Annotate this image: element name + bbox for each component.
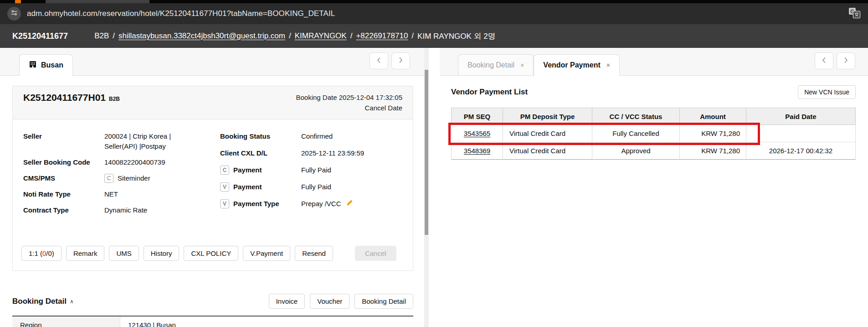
column-header-paid-date: Paid Date (746, 108, 856, 125)
booking-detail-button[interactable]: Booking Detail (354, 294, 413, 309)
address-bar-url[interactable]: adm.ohmyhotel.com/reservation/hotel/K251… (27, 9, 335, 18)
collapse-up-icon[interactable]: ∧ (70, 298, 74, 305)
guest-email-link[interactable]: shillastaybusan.3382ct4jbsh30rt@guest.tr… (118, 31, 285, 41)
table-cell-cc-vcc-status: Fully Cancelled (592, 125, 680, 142)
ums-button[interactable]: UMS (109, 246, 139, 261)
vendor-payment-table: PM SEQ PM Deposit Type CC / VCC Status A… (451, 108, 856, 160)
table-cell-paid-date: 2026-12-17 00:42:32 (746, 142, 856, 160)
field-value: Dynamic Rate (104, 205, 147, 215)
invoice-button[interactable]: Invoice (269, 294, 305, 309)
tune-icon (10, 9, 18, 18)
payment-label: Payment (233, 182, 262, 192)
resend-button[interactable]: Resend (295, 246, 333, 261)
scrollbar-thumb[interactable] (425, 70, 428, 235)
table-cell-amount: KRW 71,280 (680, 125, 746, 142)
vendor-payment-header: Vendor Payment List New VCN Issue (451, 85, 856, 99)
chevron-left-icon (377, 57, 381, 65)
field-v-payment-type: V Payment Type Prepay /VCC (220, 199, 402, 209)
field-noti-rate-type: Noti Rate Type NET (23, 189, 220, 199)
booking-summary-card: K25120411677H01B2B Booking Date 2025-12-… (12, 86, 413, 271)
table-cell-pm-seq: 3543565 (451, 125, 503, 142)
pm-seq-link[interactable]: 3543565 (464, 130, 490, 137)
hotel-tabstrip: Busan (0, 48, 424, 76)
guest-phone-link[interactable]: +82269178710 (356, 31, 408, 41)
field-c-payment: C Payment Fully Paid (220, 165, 402, 175)
tab-booking-detail[interactable]: Booking Detail × (458, 54, 534, 76)
chevron-right-icon (399, 57, 403, 65)
cancel-date-label: Cancel Date (296, 103, 402, 113)
separator: / (113, 31, 115, 41)
site-settings-button[interactable] (7, 7, 21, 21)
field-client-cxl: Client CXL D/L 2025-12-11 23:59:59 (220, 148, 402, 158)
chevron-right-icon (844, 57, 848, 65)
new-vcn-issue-button[interactable]: New VCN Issue (798, 85, 856, 99)
table-cell-paid-date (746, 125, 856, 142)
booking-detail-table: Region 121430 | Busan (12, 316, 413, 327)
tab-vendor-payment-label: Vendor Payment (543, 61, 600, 69)
close-icon[interactable]: × (520, 62, 524, 69)
left-panel-body: K25120411677H01B2B Booking Date 2025-12-… (0, 76, 424, 327)
c-badge: C (104, 174, 113, 183)
right-tab-nav (815, 52, 855, 69)
tab-next-button[interactable] (837, 52, 855, 69)
v-badge: V (220, 199, 229, 208)
voucher-button[interactable]: Voucher (310, 294, 349, 309)
tab-prev-button[interactable] (815, 52, 833, 69)
field-label: CMS/PMS (23, 173, 104, 183)
separator: / (289, 31, 291, 41)
main-content: Busan K251204116 (0, 48, 868, 327)
booking-detail-buttons: Invoice Voucher Booking Detail (269, 294, 413, 309)
v-payment-button[interactable]: V.Payment (243, 246, 290, 261)
booking-fields-right: Booking Status Confirmed Client CXL D/L … (220, 131, 402, 221)
reservation-id: K25120411677 (12, 31, 68, 41)
region-value: 121430 | Busan (120, 317, 184, 327)
table-cell-deposit-type: Virtual Credit Card (503, 125, 592, 142)
one-to-one-pre: 1:1 ( (29, 249, 42, 257)
field-label: V Payment Type (220, 199, 301, 209)
translate-icon: G (848, 7, 861, 21)
pm-seq-link[interactable]: 3548369 (464, 147, 490, 155)
history-button[interactable]: History (144, 246, 180, 261)
tab-busan[interactable]: Busan (19, 54, 73, 76)
left-panel-scrollbar[interactable] (424, 48, 429, 327)
field-value: 2025-12-11 23:59:59 (301, 148, 364, 158)
field-booking-status: Booking Status Confirmed (220, 131, 402, 141)
right-panel: Booking Detail × Vendor Payment × (440, 48, 868, 327)
field-value: C Siteminder (104, 173, 150, 183)
field-value: 1400822200400739 (104, 157, 165, 167)
edit-payment-type-button[interactable] (346, 199, 353, 209)
guest-name: KIM RAYNGOK 외 2명 (417, 31, 496, 42)
one-to-one-button[interactable]: 1:1 (0/0) (21, 246, 62, 261)
field-contract-type: Contract Type Dynamic Rate (23, 205, 220, 215)
payment-label: Payment (233, 165, 262, 175)
reservation-header: K25120411677 B2B / shillastaybusan.3382c… (0, 24, 868, 48)
table-cell-pm-seq: 3548369 (451, 142, 503, 160)
vendor-payment-grid: PM SEQ PM Deposit Type CC / VCC Status A… (451, 108, 856, 160)
cancel-button[interactable]: Cancel (355, 246, 396, 261)
tab-prev-button[interactable] (370, 52, 388, 69)
field-value: Confirmed (301, 131, 333, 141)
field-label: Noti Rate Type (23, 189, 104, 199)
cxl-policy-button[interactable]: CXL POLICY (184, 246, 238, 261)
booking-card-actions: 1:1 (0/0) Remark UMS History CXL POLICY … (13, 221, 413, 270)
translate-button[interactable]: G (848, 7, 861, 21)
guest-code-link[interactable]: KIMRAYNGOK (295, 31, 347, 41)
booking-date-label: Booking Date (296, 93, 337, 101)
payment-type-label: Payment Type (233, 199, 279, 209)
field-value: Fully Paid (301, 165, 331, 175)
tab-busan-label: Busan (41, 61, 63, 69)
close-icon[interactable]: × (606, 62, 610, 69)
region-label: Region (12, 317, 120, 327)
remark-button[interactable]: Remark (66, 246, 105, 261)
field-label: Client CXL D/L (220, 148, 301, 158)
v-badge: V (220, 182, 229, 192)
field-label: Seller Booking Code (23, 157, 104, 167)
left-panel: Busan K251204116 (0, 48, 424, 327)
booking-detail-title[interactable]: Booking Detail (12, 297, 67, 306)
tab-next-button[interactable] (391, 52, 410, 69)
b2b-badge: B2B (109, 96, 120, 102)
table-cell-deposit-type: Virtual Credit Card (503, 142, 592, 160)
panel-divider (429, 48, 440, 327)
tab-vendor-payment[interactable]: Vendor Payment × (534, 54, 620, 76)
vendor-payment-panel: Vendor Payment List New VCN Issue PM SEQ… (440, 76, 868, 327)
